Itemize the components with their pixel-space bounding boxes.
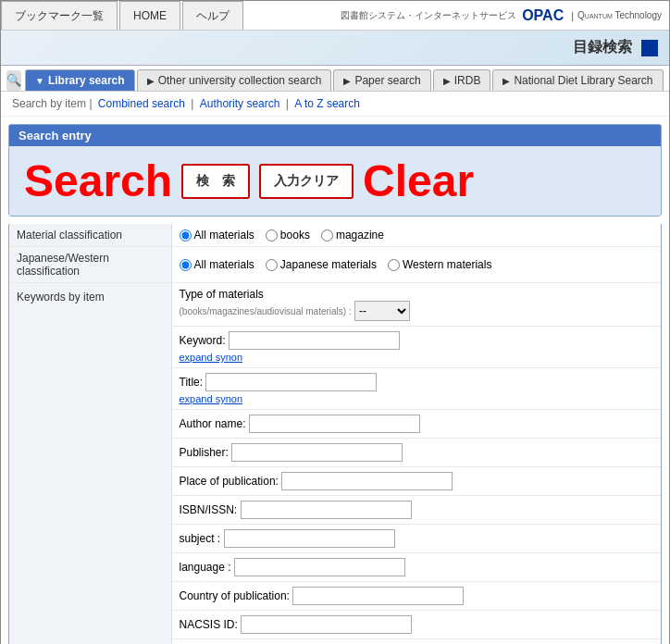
search-entry-box: Search entry Search 検 索 入力クリア Clear — [8, 124, 662, 217]
subject-input[interactable] — [224, 529, 395, 548]
isbn-input[interactable] — [241, 501, 412, 519]
radio-books-input[interactable] — [266, 229, 278, 242]
tab-other-university-label: Other university collection search — [158, 74, 322, 87]
opac-logo: OPAC — [522, 7, 564, 24]
material-classification-row: Material classification All materials bo… — [9, 224, 661, 247]
type-of-materials-label: Type of materials — [180, 288, 264, 301]
type-of-materials-cell: Type of materials (books/magazines/audio… — [171, 283, 661, 327]
title-label: Title: — [180, 376, 204, 389]
publisher-cell: Publisher: — [171, 439, 661, 467]
keyword-cell: Keyword: expand synon — [171, 327, 661, 368]
authority-search-link[interactable]: Authority search — [200, 97, 280, 110]
separator: | — [571, 10, 574, 21]
search-links-bar: Search by item | Combined search | Autho… — [1, 92, 669, 117]
jw-classification-row: Japanese/Western classification All mate… — [9, 247, 661, 283]
sep1: | — [89, 97, 92, 110]
author-input[interactable] — [249, 415, 420, 433]
main-form-content: Material classification All materials bo… — [8, 224, 662, 644]
arrow-icon: ▶ — [343, 76, 351, 86]
place-publication-input[interactable] — [281, 472, 453, 490]
author-cell: Author name: — [171, 410, 661, 439]
author-label: Author name: — [180, 417, 246, 430]
tab-library-search-label: Library search — [48, 74, 125, 87]
sep2: | — [191, 97, 193, 110]
expand-synon-2-link[interactable]: expand synon — [180, 393, 654, 404]
search-entry-header: Search entry — [9, 125, 661, 146]
radio-all-materials-input[interactable] — [180, 229, 192, 242]
help-nav-item[interactable]: ヘルプ — [182, 1, 243, 30]
keywords-by-item-label: Keywords by item — [9, 283, 171, 645]
search-button[interactable]: 検 索 — [181, 164, 250, 199]
tab-paper-search[interactable]: ▶ Paper search — [333, 69, 430, 91]
search-entry-body: Search 検 索 入力クリア Clear — [9, 146, 661, 216]
tab-irdb[interactable]: ▶ IRDB — [433, 69, 491, 91]
keyword-label: Keyword: — [180, 334, 226, 347]
publisher-input[interactable] — [231, 443, 403, 462]
radio-western[interactable]: Western materials — [388, 258, 491, 271]
radio-western-label: Western materials — [403, 258, 491, 271]
radio-books[interactable]: books — [266, 229, 310, 242]
title-cell: Title: expand synon — [171, 368, 661, 410]
language-input[interactable] — [234, 558, 405, 576]
clear-button[interactable]: 入力クリア — [259, 164, 354, 199]
tab-irdb-label: IRDB — [454, 74, 481, 87]
radio-magazine-input[interactable] — [321, 229, 333, 242]
jw-classification-label: Japanese/Western classification — [9, 247, 171, 283]
radio-all-materials-label: All materials — [194, 229, 254, 242]
country-cell: Country of publication: — [171, 582, 661, 611]
search-by-item-text: Search by item — [12, 97, 86, 110]
bookmark-nav-item[interactable]: ブックマーク一覧 — [1, 1, 118, 30]
place-publication-label: Place of publication: — [180, 475, 279, 488]
tab-ndl-search[interactable]: ▶ National Diet Library Search — [492, 69, 663, 91]
country-label: Country of publication: — [180, 589, 290, 602]
radio-all-jw-label: All materials — [194, 258, 254, 271]
nacsis-label: NACSIS ID: — [180, 618, 238, 631]
big-clear-label: Clear — [363, 155, 474, 206]
tab-library-search[interactable]: ▼ Library search — [25, 69, 135, 91]
nacsis-cell: NACSIS ID: — [171, 611, 661, 639]
subject-cell: subject : — [171, 525, 661, 553]
expand-synon-1-link[interactable]: expand synon — [180, 352, 654, 363]
tab-other-university[interactable]: ▶ Other university collection search — [137, 69, 332, 91]
language-cell: language : — [171, 553, 661, 582]
arrow-icon: ▶ — [443, 76, 451, 86]
radio-all-materials[interactable]: All materials — [180, 229, 254, 242]
keyword-input[interactable] — [229, 331, 400, 350]
radio-western-input[interactable] — [388, 259, 400, 271]
type-sub-label: (books/magazines/audiovisual materials) … — [180, 306, 352, 316]
material-radio-group: All materials books magazine — [180, 229, 654, 242]
title-bar-decoration — [641, 40, 658, 56]
radio-all-jw-input[interactable] — [180, 259, 192, 271]
country-input[interactable] — [292, 587, 464, 605]
jw-classification-options: All materials Japanese materials Western… — [171, 247, 661, 283]
isbn-label: ISBN/ISSN: — [180, 503, 238, 516]
radio-japanese-label: Japanese materials — [280, 258, 377, 271]
atoz-search-link[interactable]: A to Z search — [294, 97, 360, 110]
arrow-icon: ▶ — [147, 76, 155, 86]
nacsis-input[interactable] — [241, 615, 412, 634]
top-nav: ブックマーク一覧 HOME ヘルプ 図書館システム・インターネットサービス OP… — [1, 1, 669, 31]
radio-magazine[interactable]: magazine — [321, 229, 384, 242]
language-label: language : — [180, 561, 231, 574]
radio-all-jw[interactable]: All materials — [180, 258, 254, 271]
arrow-icon: ▶ — [502, 76, 510, 86]
radio-japanese[interactable]: Japanese materials — [266, 258, 377, 271]
place-publication-cell: Place of publication: — [171, 467, 661, 496]
title-input[interactable] — [205, 373, 377, 391]
arrow-icon: ▼ — [35, 76, 44, 86]
big-search-label: Search — [24, 155, 172, 206]
type-of-materials-select[interactable]: -- — [354, 301, 410, 321]
combined-search-link[interactable]: Combined search — [98, 97, 185, 110]
radio-japanese-input[interactable] — [266, 259, 278, 271]
system-label: 図書館システム・インターネットサービス — [341, 9, 516, 22]
title-bar: 目録検索 — [1, 31, 669, 66]
radio-magazine-label: magazine — [336, 229, 384, 242]
quantum-text: Quantum Technology — [577, 10, 662, 20]
publisher-label: Publisher: — [180, 446, 229, 459]
tab-paper-search-label: Paper search — [354, 74, 420, 87]
keywords-by-item-row: Keywords by item Type of materials (book… — [9, 283, 661, 327]
isbn-cell: ISBN/ISSN: — [171, 496, 661, 525]
form-table: Material classification All materials bo… — [9, 224, 661, 644]
tab-ndl-search-label: National Diet Library Search — [514, 74, 652, 87]
home-nav-item[interactable]: HOME — [119, 1, 180, 30]
